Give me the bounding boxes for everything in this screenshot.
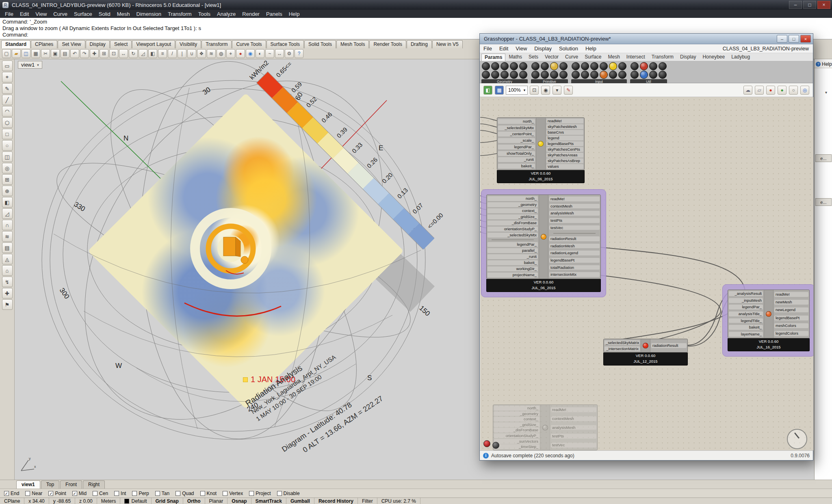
rectangle-icon[interactable]: □ xyxy=(2,129,13,139)
menu-tools[interactable]: Tools xyxy=(195,11,214,17)
contour-icon[interactable]: ≋ xyxy=(2,231,13,242)
palette-icon[interactable] xyxy=(559,71,568,79)
save-document-icon[interactable]: ▦ xyxy=(495,86,504,95)
palette-icon[interactable] xyxy=(491,62,499,70)
tag-icon[interactable]: ▱ xyxy=(755,86,764,95)
gh-tab-curve[interactable]: Curve xyxy=(562,53,581,61)
explode-icon[interactable]: ↯ xyxy=(2,277,13,287)
palette-icon[interactable] xyxy=(618,71,626,79)
menu-transform[interactable]: Transform xyxy=(165,11,195,17)
panel-button-fragment[interactable]: e... xyxy=(815,154,832,162)
output-param[interactable]: radiationLegend xyxy=(549,251,600,255)
maximize-button[interactable]: □ xyxy=(803,1,816,9)
zoom-extents-icon[interactable]: ⊡ xyxy=(109,49,118,58)
toolbar-tab-surface-tools[interactable]: Surface Tools xyxy=(266,40,304,48)
input-param[interactable]: _inputMesh xyxy=(729,298,763,303)
scale-icon[interactable]: ◿ xyxy=(139,49,147,58)
output-param[interactable]: meshColors xyxy=(774,323,808,328)
menu-analyze[interactable]: Analyze xyxy=(214,11,239,17)
new-file-icon[interactable]: ▢ xyxy=(2,49,11,58)
open-document-icon[interactable]: ◧ xyxy=(483,86,492,95)
output-param[interactable]: skyPatchesCenPts xyxy=(546,147,583,152)
toggle-grid-snap[interactable]: Grid Snap xyxy=(152,498,183,504)
toolbar-tab-render-tools[interactable]: Render Tools xyxy=(369,40,406,48)
viewport-tab-right[interactable]: Right xyxy=(83,480,105,489)
mirror-tool-icon[interactable]: ◧ xyxy=(2,197,13,208)
output-param[interactable]: legendBasePt xyxy=(549,258,600,263)
boolean-icon[interactable]: ⊕ xyxy=(2,186,13,196)
palette-icon[interactable] xyxy=(581,62,589,70)
gh-tab-honeybee[interactable]: Honeybee xyxy=(699,53,728,61)
copy-icon[interactable]: ▣ xyxy=(51,49,60,58)
toolbar-tab-cplanes[interactable]: CPlanes xyxy=(31,40,57,48)
output-param[interactable]: testVec xyxy=(551,443,596,448)
gh-component-radiation-analysis-ghost[interactable]: north__geometrycontext__gridSize__disFro… xyxy=(493,404,598,450)
menu-file[interactable]: File xyxy=(2,11,17,17)
arc-icon[interactable]: ◠ xyxy=(2,106,13,117)
output-param[interactable]: readMe! xyxy=(551,407,596,412)
palette-icon[interactable] xyxy=(519,71,527,79)
intersect-icon[interactable]: ∩ xyxy=(2,220,13,230)
group-icon[interactable]: ❖ xyxy=(197,49,206,58)
toolbar-tab-select[interactable]: Select xyxy=(110,40,132,48)
gh-menu-file[interactable]: File xyxy=(480,45,496,52)
output-param[interactable]: readMe! xyxy=(546,119,583,123)
help-icon[interactable]: ? xyxy=(295,49,303,58)
palette-icon[interactable] xyxy=(500,62,509,70)
toolbar-tab-display[interactable]: Display xyxy=(86,40,110,48)
toolbar-tab-drafting[interactable]: Drafting xyxy=(407,40,432,48)
layer-icon[interactable]: ≋ xyxy=(207,49,216,58)
save-icon[interactable]: ◫ xyxy=(22,49,30,58)
menu-view[interactable]: View xyxy=(32,11,50,17)
palette-icon[interactable] xyxy=(482,62,490,70)
toolbar-tab-curve-tools[interactable]: Curve Tools xyxy=(232,40,266,48)
toolbar-tab-set-view[interactable]: Set View xyxy=(58,40,85,48)
input-param[interactable]: _sunVectors xyxy=(494,439,540,444)
toolbar-tab-viewport-layout[interactable]: Viewport Layout xyxy=(132,40,175,48)
mesh-icon[interactable]: ◬ xyxy=(2,254,13,264)
output-param[interactable]: testPts xyxy=(549,218,600,223)
gh-menu-help[interactable]: Help xyxy=(582,45,600,52)
output-param[interactable]: intersectionMtx xyxy=(549,272,600,277)
toolbar-tab-mesh-tools[interactable]: Mesh Tools xyxy=(336,40,369,48)
output-param[interactable]: legendColors xyxy=(774,331,808,336)
preview-icon[interactable]: ◉ xyxy=(541,86,550,95)
osnap-target-icon[interactable]: ⌖ xyxy=(2,72,13,82)
output-param[interactable]: testPts xyxy=(551,434,596,439)
palette-icon[interactable] xyxy=(640,71,648,79)
trim-icon[interactable]: / xyxy=(168,49,177,58)
input-param[interactable]: legendPar_ xyxy=(498,145,535,149)
palette-icon[interactable] xyxy=(550,62,558,70)
checkbox-unchecked[interactable] xyxy=(93,491,98,496)
fillet-icon[interactable]: ◿ xyxy=(2,208,13,219)
palette-icon[interactable] xyxy=(510,71,518,79)
palette-icon[interactable] xyxy=(600,71,608,79)
input-param[interactable]: legendPar_ xyxy=(729,305,763,309)
checkbox-unchecked[interactable] xyxy=(200,491,205,496)
toolbar-tab-visibility[interactable]: Visibility xyxy=(176,40,201,48)
output-param[interactable]: newLegend xyxy=(774,307,808,312)
status-cplane[interactable]: CPlane xyxy=(0,498,24,504)
osnap-int[interactable]: Int xyxy=(114,491,126,496)
palette-icon[interactable] xyxy=(482,71,490,79)
ladybug-icon[interactable] xyxy=(492,442,499,449)
toolbar-tab-standard[interactable]: Standard xyxy=(1,40,30,48)
viewport-dropdown-icon[interactable]: ▾ xyxy=(37,63,39,67)
print-icon[interactable]: ▦ xyxy=(31,49,40,58)
open-file-icon[interactable]: ▰ xyxy=(12,49,21,58)
checkbox-checked[interactable]: ✓ xyxy=(72,491,77,496)
gh-tab-ladybug[interactable]: Ladybug xyxy=(728,53,753,61)
join-icon[interactable]: ∪ xyxy=(187,49,196,58)
palette-icon[interactable] xyxy=(659,62,667,70)
output-param[interactable]: radiationResult xyxy=(651,343,687,348)
gh-tab-surface[interactable]: Surface xyxy=(581,53,604,61)
status-x-34-40[interactable]: x 34.40 xyxy=(24,498,49,504)
input-param[interactable]: _disFromBase xyxy=(494,428,540,433)
menu-mesh[interactable]: Mesh xyxy=(114,11,133,17)
gh-tab-display[interactable]: Display xyxy=(677,53,699,61)
grasshopper-title-bar[interactable]: Grasshopper - CLASS_04_LB3_RADIATION-pre… xyxy=(480,34,813,44)
output-param[interactable]: contextMesh xyxy=(551,416,596,421)
toggle-filter[interactable]: Filter xyxy=(358,498,377,504)
toggle-osnap[interactable]: Osnap xyxy=(228,498,251,504)
osnap-disable[interactable]: Disable xyxy=(277,491,300,496)
